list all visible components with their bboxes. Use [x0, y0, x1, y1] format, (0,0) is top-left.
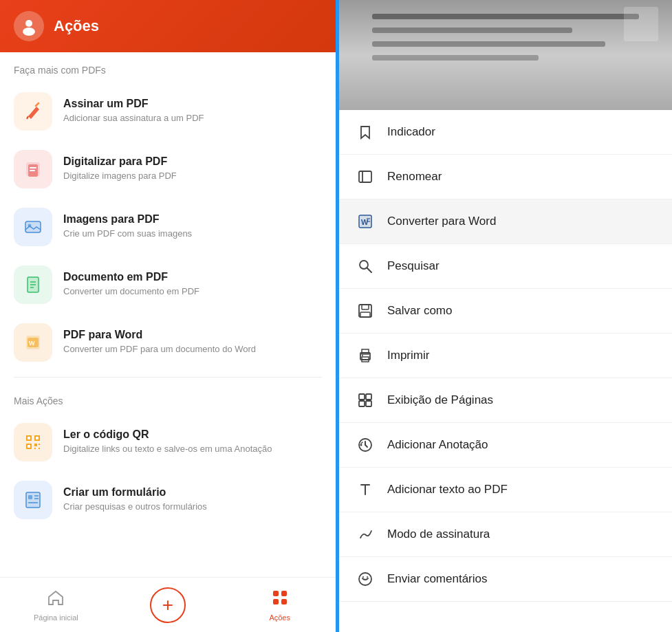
svg-rect-57 [359, 401, 365, 406]
menu-search-label: Pesquisar [387, 259, 440, 273]
action-scan-pdf[interactable]: Digitalizar para PDF Digitalize imagens … [0, 140, 336, 198]
app-header: Ações [0, 0, 336, 52]
home-label: Página inicial [34, 613, 78, 622]
svg-line-47 [367, 268, 371, 272]
signature-icon [356, 525, 375, 544]
menu-panel: Indicador Renomear W [339, 110, 672, 632]
feedback-icon [356, 569, 375, 589]
menu-search[interactable]: Pesquisar [339, 244, 672, 289]
svg-rect-58 [366, 401, 371, 406]
left-content: Faça mais com PDFs Assinar um PDF Adicio… [0, 52, 336, 632]
menu-signature[interactable]: Modo de assinatura [339, 512, 672, 557]
svg-rect-27 [36, 437, 39, 439]
svg-rect-29 [26, 492, 40, 508]
svg-point-54 [362, 355, 363, 356]
right-panel: Indicador Renomear W [339, 0, 672, 632]
svg-rect-23 [39, 444, 40, 445]
action-sign-pdf[interactable]: Assinar um PDF Adicionar sua assinatura … [0, 83, 336, 140]
search-icon [356, 257, 375, 276]
svg-rect-28 [28, 445, 30, 448]
sign-pdf-text: Assinar um PDF Adicionar sua assinatura … [63, 98, 322, 124]
svg-rect-31 [28, 495, 32, 499]
pdf-word-text: PDF para Word Converter um PDF para um d… [63, 329, 322, 356]
images-pdf-text: Imagens para PDF Crie um PDF com suas im… [63, 213, 322, 240]
images-pdf-icon [14, 208, 52, 246]
add-button[interactable]: + [150, 587, 186, 623]
left-panel: Ações Faça mais com PDFs Assinar um PDF … [0, 0, 336, 632]
nav-home[interactable]: Página inicial [0, 589, 112, 622]
svg-line-61 [365, 445, 367, 447]
menu-add-text[interactable]: Adicionar texto ao PDF [339, 468, 672, 512]
svg-rect-22 [34, 444, 37, 446]
svg-rect-7 [30, 170, 35, 171]
menu-feedback[interactable]: Enviar comentários [339, 557, 672, 602]
menu-rename-label: Renomear [387, 170, 442, 184]
menu-feedback-label: Enviar comentários [387, 572, 488, 586]
scan-pdf-subtitle: Digitalize imagens para PDF [63, 170, 322, 182]
svg-point-66 [362, 576, 364, 578]
svg-rect-37 [273, 599, 279, 604]
sign-pdf-icon [14, 92, 52, 131]
svg-rect-55 [359, 394, 365, 400]
scan-pdf-title: Digitalizar para PDF [63, 155, 322, 168]
menu-pages[interactable]: Exibição de Páginas [339, 378, 672, 423]
action-qr[interactable]: Ler o código QR Digitalize links ou text… [0, 413, 336, 471]
action-images-pdf[interactable]: Imagens para PDF Crie um PDF com suas im… [0, 198, 336, 256]
svg-line-2 [27, 116, 28, 119]
svg-rect-6 [30, 167, 36, 168]
svg-rect-26 [28, 437, 30, 439]
doc-pdf-title: Documento em PDF [63, 271, 322, 283]
form-icon [14, 481, 52, 519]
menu-add-text-label: Adicionar texto ao PDF [387, 483, 508, 497]
text-icon [356, 480, 375, 499]
svg-rect-25 [39, 448, 40, 449]
doc-pdf-text: Documento em PDF Converter um documento … [63, 271, 322, 298]
pdf-word-title: PDF para Word [63, 329, 322, 341]
preview-area [339, 0, 672, 110]
scan-pdf-text: Digitalizar para PDF Digitalize imagens … [63, 155, 322, 182]
svg-rect-56 [366, 394, 371, 400]
preview-bar3 [372, 41, 605, 47]
form-subtitle: Criar pesquisas e outros formulários [63, 501, 322, 513]
header-title: Ações [54, 17, 99, 35]
pages-icon [356, 391, 375, 410]
save-icon [356, 301, 375, 320]
action-pdf-word[interactable]: W PDF para Word Converter um PDF para um… [0, 314, 336, 371]
note-icon [356, 435, 375, 455]
svg-rect-49 [362, 305, 369, 309]
actions-label: Ações [269, 613, 290, 622]
nav-actions[interactable]: Ações [224, 589, 336, 622]
menu-convert-word[interactable]: W Converter para Word [339, 199, 672, 244]
menu-print[interactable]: Imprimir [339, 334, 672, 378]
menu-note[interactable]: Adicionar Anotação [339, 423, 672, 468]
doc-pdf-subtitle: Converter um documento em PDF [63, 285, 322, 298]
section-divider [14, 377, 322, 378]
qr-subtitle: Digitalize links ou texto e salve-os em … [63, 443, 322, 455]
section2-title: Mais Ações [0, 383, 336, 413]
svg-text:W: W [361, 218, 369, 226]
svg-rect-39 [359, 171, 371, 182]
print-icon [356, 346, 375, 365]
svg-text:W: W [29, 340, 35, 347]
preview-bar2 [372, 28, 572, 33]
svg-point-0 [25, 20, 32, 27]
action-form[interactable]: Criar um formulário Criar pesquisas e ou… [0, 471, 336, 529]
preview-blur [339, 0, 672, 110]
qr-icon [14, 423, 52, 461]
menu-signature-label: Modo de assinatura [387, 527, 490, 541]
word-icon: W [356, 212, 375, 231]
menu-save[interactable]: Salvar como [339, 289, 672, 334]
add-icon: + [162, 596, 173, 615]
svg-point-67 [367, 576, 368, 578]
avatar [14, 11, 44, 41]
qr-text: Ler o código QR Digitalize links ou text… [63, 428, 322, 455]
menu-rename[interactable]: Renomear [339, 155, 672, 199]
rename-icon [356, 167, 375, 186]
menu-bookmark[interactable]: Indicador [339, 110, 672, 155]
bookmark-icon [356, 122, 375, 142]
action-doc-pdf[interactable]: Documento em PDF Converter um documento … [0, 256, 336, 314]
svg-line-3 [36, 103, 39, 106]
sign-pdf-title: Assinar um PDF [63, 98, 322, 110]
svg-point-65 [359, 573, 371, 585]
nav-add[interactable]: + [112, 587, 224, 623]
